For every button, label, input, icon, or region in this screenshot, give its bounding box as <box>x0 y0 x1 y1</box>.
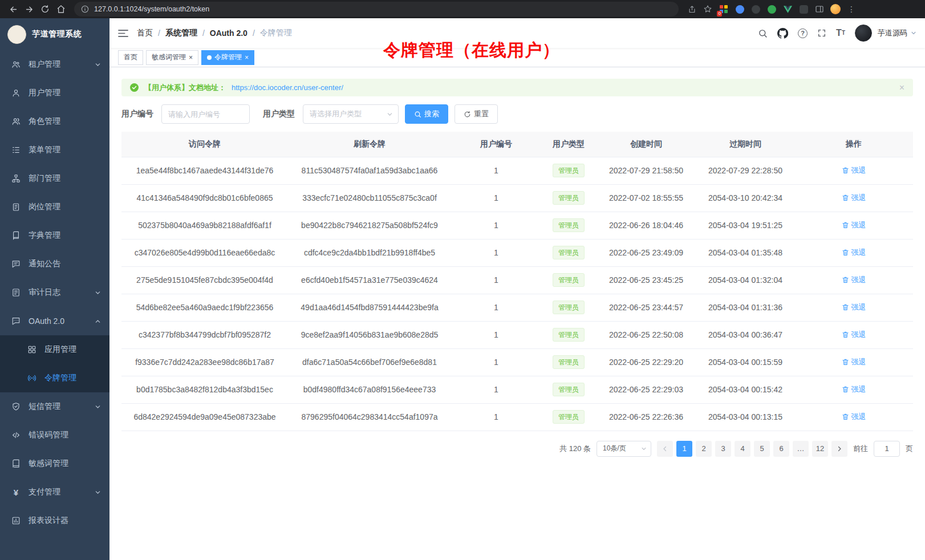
breadcrumb-item[interactable]: 系统管理 <box>165 28 197 38</box>
delete-icon <box>842 221 849 229</box>
table-row: c347026e805e4d99b0d116eae66eda8ccdfc4ce9… <box>121 239 913 266</box>
token-table: 访问令牌刷新令牌用户编号用户类型创建时间过期时间操作 1ea5e44f8bc14… <box>121 132 913 431</box>
force-logout-button[interactable]: 强退 <box>842 193 866 203</box>
alert-link[interactable]: https://doc.iocoder.cn/user-center/ <box>232 83 343 92</box>
sidebar-item[interactable]: 报表设计器 <box>0 506 109 535</box>
alert-close-icon[interactable]: × <box>899 83 904 92</box>
sidebar-item[interactable]: 令牌管理 <box>0 364 109 392</box>
user-menu[interactable]: 芋道源码 <box>878 28 916 38</box>
sidebar-item[interactable]: 部门管理 <box>0 164 109 193</box>
refresh-icon[interactable] <box>38 2 52 17</box>
tab[interactable]: 敏感词管理× <box>146 50 198 65</box>
share-icon[interactable] <box>684 2 699 17</box>
tab-close-icon[interactable]: × <box>189 54 193 62</box>
cell-access-token: 502375b8040a469a9b82188afdf6af1f <box>121 212 288 239</box>
sidebar-item[interactable]: OAuth 2.0 <box>0 307 109 335</box>
reset-button[interactable]: 重置 <box>455 104 498 124</box>
fullscreen-icon[interactable] <box>817 29 826 38</box>
bookmark-star-icon[interactable] <box>700 2 715 17</box>
force-logout-button[interactable]: 强退 <box>842 275 866 285</box>
pager-page-button[interactable]: 12 <box>812 441 828 457</box>
pager-page-button[interactable]: 2 <box>696 441 712 457</box>
success-check-icon <box>130 83 139 92</box>
sidebar-item[interactable]: 菜单管理 <box>0 136 109 164</box>
home-icon[interactable] <box>54 2 68 17</box>
back-icon[interactable] <box>6 2 21 17</box>
sidebar: 芋道管理系统 租户管理用户管理角色管理菜单管理部门管理岗位管理字典管理通知公告审… <box>0 18 109 560</box>
app-logo[interactable]: 芋道管理系统 <box>0 18 109 50</box>
search-icon <box>414 111 421 118</box>
pager-page-button[interactable]: 5 <box>754 441 770 457</box>
force-logout-button[interactable]: 强退 <box>842 247 866 258</box>
sidebar-item[interactable]: 短信管理 <box>0 392 109 421</box>
browser-menu-icon[interactable]: ⋮ <box>844 2 859 17</box>
cell-user-id: 1 <box>451 294 541 321</box>
force-logout-button[interactable]: 强退 <box>842 302 866 313</box>
force-logout-button[interactable]: 强退 <box>842 330 866 340</box>
search-button[interactable]: 搜索 <box>405 104 448 124</box>
font-size-icon[interactable]: TT <box>836 29 845 38</box>
cell-refresh-token: be90422b8c7946218275a508bf524fc9 <box>288 212 451 239</box>
breadcrumb-item[interactable]: 首页 <box>137 28 153 38</box>
filter-form: 用户编号 用户类型 请选择用户类型 搜索 重置 <box>121 104 913 124</box>
cell-expire-time: 2054-03-04 00:13:15 <box>696 403 794 431</box>
cell-access-token: 275e5de9151045fe87cbdc395e004f4d <box>121 266 288 294</box>
pager-page-button[interactable]: 6 <box>773 441 789 457</box>
force-logout-button[interactable]: 强退 <box>842 384 866 395</box>
tab[interactable]: 令牌管理× <box>201 50 254 65</box>
cell-access-token: c342377bf8b344799dcbf7bf095287f2 <box>121 321 288 348</box>
extension-vue-icon[interactable] <box>780 2 795 17</box>
force-logout-button[interactable]: 强退 <box>842 357 866 367</box>
sidebar-item[interactable]: 租户管理 <box>0 50 109 79</box>
sidebar-item[interactable]: ¥支付管理 <box>0 478 109 506</box>
pager-ellipsis[interactable]: … <box>793 441 809 457</box>
address-bar[interactable]: 127.0.0.1:1024/system/oauth2/token <box>74 2 679 17</box>
browser-chrome: 127.0.0.1:1024/system/oauth2/token 0 ⋮ <box>0 0 925 18</box>
sidebar-item[interactable]: 岗位管理 <box>0 193 109 221</box>
cell-refresh-token: 49d1aa46d1454fbd87591444423be9fa <box>288 294 451 321</box>
forward-icon[interactable] <box>22 2 36 17</box>
force-logout-button[interactable]: 强退 <box>842 165 866 176</box>
extension-green-icon[interactable] <box>764 2 779 17</box>
site-info-icon[interactable] <box>81 5 89 13</box>
extension-puzzle-icon[interactable] <box>796 2 811 17</box>
profile-avatar[interactable] <box>828 2 843 17</box>
help-icon[interactable]: ? <box>798 29 808 38</box>
pager-page-button[interactable]: 3 <box>715 441 731 457</box>
table-body: 1ea5e44f8bc1467aaede43144f31de76811c5304… <box>121 157 913 431</box>
cell-user-type: 管理员 <box>541 348 596 376</box>
breadcrumb-item[interactable]: OAuth 2.0 <box>210 29 248 38</box>
extension-dark-icon[interactable] <box>748 2 763 17</box>
pager-page-button[interactable]: 4 <box>735 441 750 457</box>
collapse-menu-icon[interactable] <box>118 29 128 38</box>
sidebar-item[interactable]: 通知公告 <box>0 250 109 278</box>
github-icon[interactable] <box>777 28 788 39</box>
page-size-select[interactable]: 10条/页 <box>597 441 651 457</box>
user-id-input[interactable] <box>161 104 250 124</box>
side-panel-icon[interactable] <box>812 2 827 17</box>
force-logout-button[interactable]: 强退 <box>842 412 866 422</box>
force-logout-button[interactable]: 强退 <box>842 220 866 230</box>
sidebar-item[interactable]: 角色管理 <box>0 107 109 136</box>
pager-prev-button[interactable] <box>657 441 673 457</box>
table-row: c342377bf8b344799dcbf7bf095287f29ce8ef2a… <box>121 321 913 348</box>
pager-next-button[interactable] <box>831 441 847 457</box>
sidebar-item[interactable]: 字典管理 <box>0 221 109 250</box>
extension-grid-icon[interactable]: 0 <box>716 2 731 17</box>
search-icon[interactable] <box>758 29 768 38</box>
goto-page-input[interactable] <box>874 441 900 457</box>
table-row: 1ea5e44f8bc1467aaede43144f31de76811c5304… <box>121 157 913 184</box>
sidebar-item[interactable]: 审计日志 <box>0 278 109 307</box>
pager-page-button[interactable]: 1 <box>676 441 692 457</box>
tab[interactable]: 首页 <box>118 50 143 65</box>
sidebar-item[interactable]: 错误码管理 <box>0 421 109 449</box>
sidebar-item[interactable]: 敏感词管理 <box>0 449 109 478</box>
user-type-badge: 管理员 <box>553 383 585 396</box>
sidebar-item-label: 菜单管理 <box>29 145 60 155</box>
extension-blue-icon[interactable] <box>732 2 747 17</box>
user-type-select[interactable]: 请选择用户类型 <box>303 104 399 124</box>
tab-close-icon[interactable]: × <box>245 54 249 62</box>
user-avatar[interactable] <box>855 25 872 42</box>
sidebar-item[interactable]: 用户管理 <box>0 79 109 107</box>
sidebar-item[interactable]: 应用管理 <box>0 335 109 364</box>
